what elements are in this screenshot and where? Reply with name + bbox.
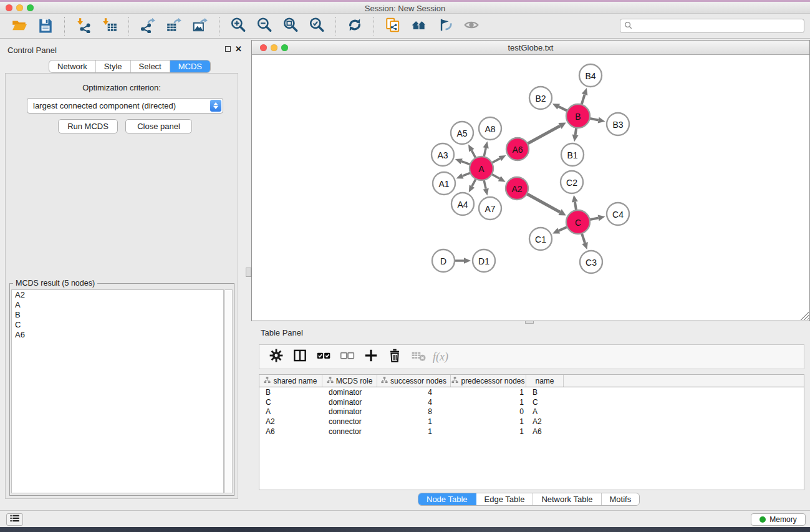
graph-node-A7[interactable]: A7 [479,197,501,220]
column-header-shared-name[interactable]: shared name [259,375,322,387]
table-cell[interactable]: connector [322,427,377,436]
graph-node-B1[interactable]: B1 [561,143,584,166]
tab-motifs[interactable]: Motifs [602,493,640,505]
graph-node-D1[interactable]: D1 [473,249,495,272]
mcds-result-item[interactable]: B [12,310,223,320]
export-image-button[interactable] [190,16,211,36]
run-mcds-button[interactable]: Run MCDS [58,119,118,133]
column-header-name[interactable]: name [526,375,564,387]
graph-node-C1[interactable]: C1 [529,228,552,250]
resize-grip-icon[interactable] [801,312,809,320]
graph-node-B3[interactable]: B3 [607,113,629,135]
mcds-result-item[interactable]: A2 [12,290,223,300]
tab-style[interactable]: Style [96,60,131,72]
split-divider-handle[interactable] [246,268,251,277]
tab-select[interactable]: Select [131,60,170,72]
table-cell[interactable]: 1 [451,427,526,436]
task-history-button[interactable] [6,513,23,526]
zoom-out-button[interactable] [254,16,275,36]
node-table[interactable]: shared nameMCDS rolesuccessor nodesprede… [259,374,804,490]
graph-node-A8[interactable]: A8 [479,117,501,140]
houses-button[interactable] [408,16,430,36]
table-cell[interactable]: B [526,388,564,397]
close-panel-icon[interactable]: ✕ [235,46,242,52]
open-file-button[interactable] [9,16,30,36]
column-header-successor-nodes[interactable]: successor nodes [377,375,451,387]
graph-node-A6[interactable]: A6 [506,138,529,160]
graph-node-A1[interactable]: A1 [433,172,455,195]
eye-button[interactable] [461,16,482,36]
tab-network[interactable]: Network [49,60,96,72]
table-cell[interactable]: A6 [259,427,322,436]
import-table-button[interactable] [99,16,120,36]
show-graphics-details-button[interactable] [435,16,456,36]
column-header-predecessor-nodes[interactable]: predecessor nodes [451,375,526,387]
search-input[interactable] [635,19,804,32]
graph-node-A3[interactable]: A3 [432,143,454,166]
table-cell[interactable]: 4 [377,388,451,397]
memory-button[interactable]: Memory [751,513,806,526]
table-cell[interactable]: A2 [526,417,564,426]
table-cell[interactable]: C [526,398,564,407]
apply-layout-button[interactable] [344,16,365,36]
table-cell[interactable]: dominator [322,407,377,416]
result-scrollbar[interactable] [224,289,233,493]
mcds-result-item[interactable]: A [12,300,223,310]
table-cell[interactable]: 1 [377,427,451,436]
table-cell[interactable]: dominator [322,388,377,397]
table-cell[interactable]: dominator [322,398,377,407]
table-row[interactable]: A2connector11A2 [259,417,804,427]
network-window-titlebar[interactable]: testGlobe.txt [252,41,809,55]
graph-node-D[interactable]: D [432,249,455,272]
table-cell[interactable]: 4 [377,398,451,407]
table-cell[interactable]: 1 [451,417,526,426]
save-session-button[interactable] [35,16,56,36]
mcds-result-item[interactable]: A6 [12,330,223,340]
create-column-button[interactable] [362,347,380,366]
table-cell[interactable]: 0 [451,407,526,416]
table-row[interactable]: Bdominator41B [259,387,804,397]
table-cell[interactable]: 1 [451,388,526,397]
graph-node-A4[interactable]: A4 [451,193,474,215]
tab-mcds[interactable]: MCDS [170,60,210,72]
close-panel-button[interactable]: Close panel [125,119,192,133]
tab-node-table[interactable]: Node Table [418,493,476,505]
table-row[interactable]: Adominator80A [259,407,804,417]
table-row[interactable]: Cdominator41C [259,397,804,407]
graph-node-A5[interactable]: A5 [451,122,473,144]
table-cell[interactable]: A [259,407,322,416]
graph-node-B4[interactable]: B4 [579,64,602,87]
table-cell[interactable]: connector [322,417,377,426]
table-cell[interactable]: A6 [526,427,564,436]
export-table-button[interactable] [163,16,185,36]
mcds-result-item[interactable]: C [12,320,223,330]
table-cell[interactable]: 1 [451,398,526,407]
network-canvas[interactable]: AA1A2A3A4A5A6A7A8BB1B2B3B4CC1C2C3C4DD1 [252,55,809,321]
column-header-MCDS-role[interactable]: MCDS role [322,375,377,387]
graph-node-C[interactable]: C [566,210,590,234]
zoom-fit-button[interactable] [280,16,301,36]
table-cell[interactable]: C [259,398,322,407]
tab-edge-table[interactable]: Edge Table [476,493,534,505]
graph-node-A2[interactable]: A2 [506,177,528,200]
export-network-button[interactable] [137,16,158,36]
float-panel-icon[interactable] [225,46,231,52]
graph-node-C2[interactable]: C2 [561,171,583,193]
main-titlebar[interactable]: Session: New Session [0,2,810,14]
criterion-dropdown[interactable]: largest connected component (directed) [27,98,223,114]
show-hide-columns-button[interactable] [291,347,309,366]
import-network-button[interactable] [73,16,94,36]
new-network-from-selection-button[interactable] [382,16,403,36]
graph-node-B2[interactable]: B2 [529,87,552,109]
graph-node-A[interactable]: A [470,157,493,180]
delete-column-button[interactable] [385,347,404,366]
select-all-button[interactable] [314,347,333,366]
graph-node-C4[interactable]: C4 [607,203,629,225]
graph-node-C3[interactable]: C3 [580,251,602,273]
mcds-result-list[interactable]: A2ABCA6 [11,289,224,493]
deselect-all-button[interactable] [338,347,357,366]
table-row[interactable]: A6connector11A6 [259,427,804,437]
table-cell[interactable]: A [526,407,564,416]
table-cell[interactable]: 1 [377,417,451,426]
table-cell[interactable]: A2 [259,417,322,426]
